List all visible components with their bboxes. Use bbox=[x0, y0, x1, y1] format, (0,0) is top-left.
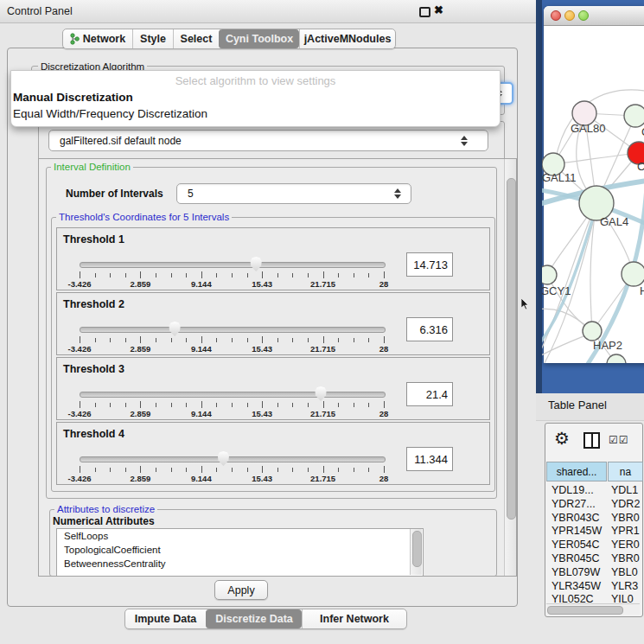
number-of-intervals-value: 5 bbox=[188, 188, 194, 200]
tab-infer-network[interactable]: Infer Network bbox=[302, 609, 406, 628]
tab-impute-data[interactable]: Impute Data bbox=[125, 609, 206, 628]
slider-thumb[interactable] bbox=[217, 451, 230, 466]
apply-button[interactable]: Apply bbox=[214, 580, 268, 600]
tick-mark bbox=[262, 401, 263, 408]
list-item[interactable]: BetweennessCentrality bbox=[57, 557, 423, 571]
table-cell[interactable]: YDL19... bbox=[552, 484, 607, 496]
checkbox-icons[interactable]: ☑☑ bbox=[609, 434, 629, 446]
tick-mark bbox=[140, 401, 141, 408]
tick-label: 28 bbox=[379, 409, 389, 418]
table-cell[interactable]: YPR1 bbox=[611, 525, 641, 537]
table-cell[interactable]: YDL1 bbox=[611, 484, 641, 496]
network-node[interactable] bbox=[583, 322, 602, 341]
tab-jactivemnodules[interactable]: jActiveMNodules bbox=[299, 29, 395, 48]
threshold-row-1: Threshold 1-3.4262.8599.14415.4321.71528… bbox=[56, 227, 490, 290]
tab-label: Select bbox=[181, 33, 213, 45]
threshold-value-field[interactable]: 14.713 bbox=[406, 252, 453, 277]
numerical-attributes-list[interactable]: SelfLoopsTopologicalCoefficientBetweenne… bbox=[56, 528, 424, 577]
table-cell[interactable]: YDR27... bbox=[552, 498, 607, 510]
table-cell[interactable]: YBR0 bbox=[611, 512, 641, 524]
list-item[interactable]: SelfLoops bbox=[57, 529, 423, 543]
tick-mark bbox=[308, 338, 309, 342]
float-window-icon[interactable] bbox=[419, 7, 430, 17]
settings-scrollpane: Interval Definition Number of Intervals … bbox=[38, 158, 517, 577]
table-cell[interactable]: YBL0 bbox=[611, 566, 641, 578]
tick-mark bbox=[247, 468, 248, 472]
tick-mark bbox=[232, 273, 233, 277]
tick-mark bbox=[216, 468, 217, 472]
minimize-traffic-light-icon[interactable] bbox=[564, 10, 575, 21]
tab-select[interactable]: Select bbox=[173, 29, 219, 48]
tick-mark bbox=[95, 338, 96, 342]
table-data-combobox[interactable]: galFiltered.sif default node bbox=[48, 130, 488, 151]
threshold-value-field[interactable]: 21.4 bbox=[406, 382, 453, 406]
zoom-traffic-light-icon[interactable] bbox=[578, 10, 589, 21]
tick-mark bbox=[308, 403, 309, 407]
attributes-scrollbar[interactable] bbox=[410, 529, 422, 575]
table-hscrollbar[interactable] bbox=[546, 603, 640, 615]
tab-discretize-data[interactable]: Discretize Data bbox=[206, 609, 302, 628]
network-icon bbox=[70, 33, 80, 45]
tick-mark bbox=[277, 273, 278, 277]
popup-item-equal-width-frequency[interactable]: Equal Width/Frequency Discretization bbox=[13, 106, 497, 122]
network-node[interactable] bbox=[624, 105, 644, 127]
close-traffic-light-icon[interactable] bbox=[551, 10, 561, 21]
table-column-header[interactable]: na bbox=[608, 462, 643, 481]
tab-label: Impute Data bbox=[135, 613, 197, 625]
tick-mark bbox=[354, 273, 354, 277]
threshold-slider[interactable] bbox=[80, 327, 386, 333]
threshold-slider[interactable] bbox=[80, 262, 386, 268]
table-cell[interactable]: YBR043C bbox=[552, 512, 607, 524]
threshold-slider[interactable] bbox=[80, 392, 386, 398]
number-of-intervals-combobox[interactable]: 5 bbox=[176, 183, 411, 204]
network-node[interactable] bbox=[622, 262, 644, 286]
table-cell[interactable]: YER0 bbox=[611, 539, 641, 551]
table-cell[interactable]: YPR145W bbox=[552, 525, 607, 537]
threshold-row-3: Threshold 3-3.4262.8599.14415.4321.71528… bbox=[56, 357, 490, 420]
network-graph[interactable]: GAL80GCGAL11GAL4GCY1HHAP2 bbox=[542, 26, 644, 363]
tick-mark bbox=[384, 401, 385, 408]
table-column-header[interactable]: shared... bbox=[546, 462, 607, 481]
table-cell[interactable]: YLR3 bbox=[611, 580, 641, 592]
threshold-value-field[interactable]: 6.316 bbox=[406, 317, 453, 341]
gear-icon[interactable]: ⚙ bbox=[554, 430, 570, 447]
tab-cyni-toolbox[interactable]: Cyni Toolbox bbox=[219, 29, 299, 48]
tick-mark bbox=[80, 401, 80, 408]
table-cell[interactable]: YBL079W bbox=[552, 566, 607, 578]
tab-style[interactable]: Style bbox=[132, 29, 173, 48]
split-columns-icon[interactable] bbox=[583, 432, 600, 449]
tick-mark bbox=[354, 338, 354, 342]
threshold-value-field[interactable]: 11.344 bbox=[406, 447, 453, 471]
table-cell[interactable]: YBR045C bbox=[552, 552, 607, 564]
settings-scrollbar[interactable] bbox=[504, 159, 517, 576]
tick-mark bbox=[292, 468, 293, 472]
tick-mark bbox=[110, 273, 111, 277]
tick-mark bbox=[247, 273, 248, 277]
table-cell[interactable]: YLR345W bbox=[552, 580, 607, 592]
tick-mark bbox=[125, 273, 126, 277]
list-item[interactable]: TopologicalCoefficient bbox=[57, 543, 423, 557]
table-cell[interactable]: YER054C bbox=[552, 539, 607, 551]
threshold-slider[interactable] bbox=[80, 456, 386, 462]
tick-mark bbox=[262, 336, 263, 343]
table-cell[interactable]: YDR2 bbox=[611, 498, 641, 510]
popup-item-manual-discretization[interactable]: Manual Discretization bbox=[13, 90, 497, 105]
network-node[interactable] bbox=[542, 265, 557, 284]
tick-label: 28 bbox=[379, 279, 389, 289]
tick-mark bbox=[186, 403, 187, 407]
tick-label: 21.715 bbox=[310, 409, 335, 418]
table-cell[interactable]: YBR0 bbox=[611, 552, 641, 564]
slider-thumb[interactable] bbox=[315, 386, 328, 401]
tab-label: Infer Network bbox=[320, 613, 389, 625]
network-node-label: GAL80 bbox=[571, 122, 605, 135]
tick-mark bbox=[80, 271, 80, 278]
close-icon[interactable]: ✖ bbox=[434, 3, 443, 16]
tick-mark bbox=[95, 273, 96, 277]
tick-mark bbox=[201, 401, 202, 408]
tick-label: 21.715 bbox=[310, 474, 335, 483]
slider-thumb[interactable] bbox=[169, 322, 182, 336]
tick-mark bbox=[186, 468, 187, 472]
algorithm-popup-hint: Select algorithm to view settings bbox=[11, 74, 500, 87]
slider-thumb[interactable] bbox=[250, 257, 263, 271]
tab-network[interactable]: Network bbox=[63, 29, 132, 48]
